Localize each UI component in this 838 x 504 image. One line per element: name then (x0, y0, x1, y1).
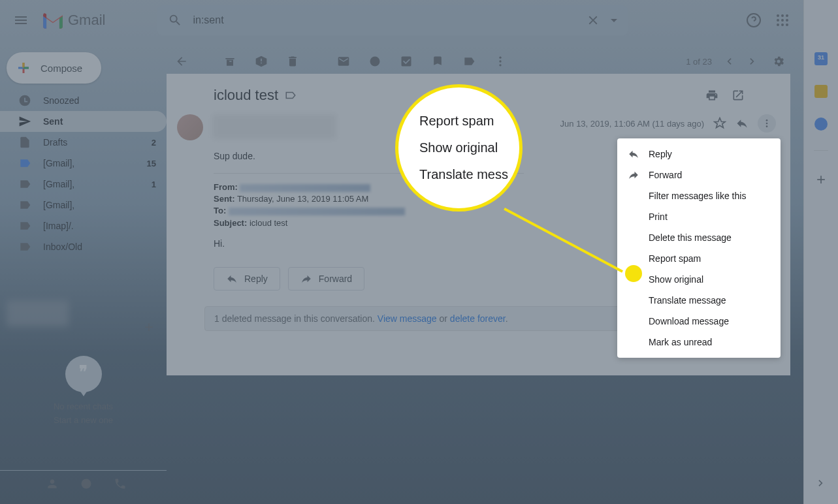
reply-icon (628, 148, 639, 160)
svg-point-6 (786, 19, 788, 22)
sidebar-list: Snoozed Sent Drafts 2 [Gmail], 15 [Gmail… (0, 90, 167, 257)
svg-point-9 (786, 24, 788, 26)
move-to-icon[interactable] (431, 55, 444, 68)
reply-icon[interactable] (735, 117, 749, 130)
menu-mark-unread[interactable]: Mark as unread (617, 332, 781, 353)
hangouts-empty-text: No recent chats Start a new one (0, 400, 167, 428)
hangouts-tabs (0, 470, 167, 496)
menu-forward[interactable]: Forward (617, 165, 781, 185)
keep-addon-icon[interactable] (814, 85, 828, 98)
hide-panel-icon[interactable] (814, 477, 828, 490)
svg-point-8 (781, 24, 784, 26)
pager-text: 1 of 23 (686, 57, 712, 67)
phone-icon[interactable] (114, 477, 127, 490)
menu-download[interactable]: Download message (617, 311, 781, 332)
svg-point-1 (777, 14, 779, 17)
menu-translate[interactable]: Translate message (617, 290, 781, 311)
clear-icon[interactable] (586, 13, 600, 27)
search-box[interactable] (157, 5, 628, 35)
header: Gmail (0, 0, 803, 40)
sidebar-item-drafts[interactable]: Drafts 2 (0, 132, 167, 153)
search-icon[interactable] (168, 13, 182, 27)
star-icon[interactable] (713, 117, 726, 130)
sidebar-item-label[interactable]: [Gmail], (0, 195, 167, 215)
svg-point-15 (766, 119, 768, 121)
menu-report-spam[interactable]: Report spam (617, 248, 781, 269)
add-to-tasks-icon[interactable] (400, 55, 413, 68)
new-chat-button[interactable]: + (140, 319, 157, 336)
calendar-addon-icon[interactable] (814, 52, 828, 65)
file-icon (18, 136, 31, 149)
delete-icon[interactable] (286, 55, 299, 68)
more-vert-icon (762, 118, 772, 129)
label-icon (18, 198, 31, 212)
svg-point-7 (777, 24, 779, 26)
user-blur (7, 300, 69, 326)
support-icon[interactable] (746, 12, 762, 28)
svg-point-3 (786, 14, 788, 17)
sender-avatar[interactable] (177, 114, 203, 140)
prev-icon[interactable] (722, 55, 735, 68)
forward-button[interactable]: Forward (288, 267, 364, 291)
label-chip-icon[interactable] (285, 89, 297, 101)
more-icon[interactable] (494, 55, 507, 68)
sidebar-item-snoozed[interactable]: Snoozed (0, 90, 167, 111)
open-new-window-icon[interactable] (732, 89, 745, 102)
side-panel: + (803, 0, 838, 504)
sidebar-item-label[interactable]: Inbox/Old (0, 236, 167, 257)
message-date: Jun 13, 2019, 11:06 AM (11 days ago) (560, 119, 704, 129)
menu-print[interactable]: Print (617, 206, 781, 227)
search-input[interactable] (193, 14, 586, 26)
labels-icon[interactable] (462, 55, 475, 68)
message-more-button[interactable] (758, 114, 776, 133)
menu-icon[interactable] (13, 12, 29, 28)
back-icon[interactable] (175, 55, 188, 68)
gmail-mark-icon (42, 12, 64, 29)
sidebar-item-sent[interactable]: Sent (0, 111, 167, 132)
contacts-icon[interactable] (46, 477, 59, 490)
label-icon (18, 157, 31, 170)
label-icon (18, 219, 31, 232)
sidebar-item-label[interactable]: [Gmail], 15 (0, 153, 167, 174)
hangouts-icon: ❞ (65, 356, 102, 392)
send-icon (18, 115, 31, 128)
sidebar-item-label[interactable]: [Gmail], 1 (0, 174, 167, 195)
message-context-menu: Reply Forward Filter messages like this … (617, 138, 781, 358)
compose-label: Compose (40, 63, 82, 74)
menu-filter[interactable]: Filter messages like this (617, 185, 781, 206)
svg-point-17 (766, 125, 768, 127)
annotation-lens: Report spam Show original Translate mess (395, 84, 523, 212)
print-icon[interactable] (705, 89, 718, 102)
hangouts-panel: ❞ No recent chats Start a new one (0, 356, 167, 428)
annotation-dot (625, 265, 642, 282)
clock-icon (18, 94, 31, 107)
sidebar: Compose Snoozed Sent Drafts 2 [Gmail], 1… (0, 46, 167, 503)
reply-button[interactable]: Reply (214, 267, 280, 291)
svg-point-5 (781, 19, 784, 22)
archive-icon[interactable] (223, 55, 236, 68)
get-addons-icon[interactable]: + (816, 170, 826, 189)
view-message-link[interactable]: View message (378, 313, 437, 324)
spam-icon[interactable] (255, 55, 268, 68)
sidebar-item-label[interactable]: [Imap]/. (0, 215, 167, 236)
next-icon[interactable] (746, 55, 759, 68)
label-icon (18, 178, 31, 191)
snooze-icon[interactable] (368, 55, 381, 68)
apps-grid-icon[interactable] (775, 12, 790, 28)
gmail-logo[interactable]: Gmail (42, 12, 105, 29)
delete-forever-link[interactable]: delete forever (450, 313, 506, 324)
svg-point-2 (781, 14, 784, 17)
svg-point-11 (370, 57, 380, 67)
svg-point-14 (499, 64, 501, 66)
menu-reply[interactable]: Reply (617, 144, 781, 165)
svg-point-13 (499, 60, 501, 62)
gmail-text: Gmail (68, 12, 105, 29)
tasks-addon-icon[interactable] (814, 118, 828, 131)
search-options-dropdown-icon[interactable] (611, 19, 617, 22)
mark-unread-icon[interactable] (337, 55, 350, 68)
svg-point-10 (82, 479, 91, 488)
hangouts-tab-icon[interactable] (80, 477, 93, 490)
settings-icon[interactable] (772, 55, 785, 68)
menu-delete[interactable]: Delete this message (617, 227, 781, 248)
compose-button[interactable]: Compose (7, 52, 101, 84)
